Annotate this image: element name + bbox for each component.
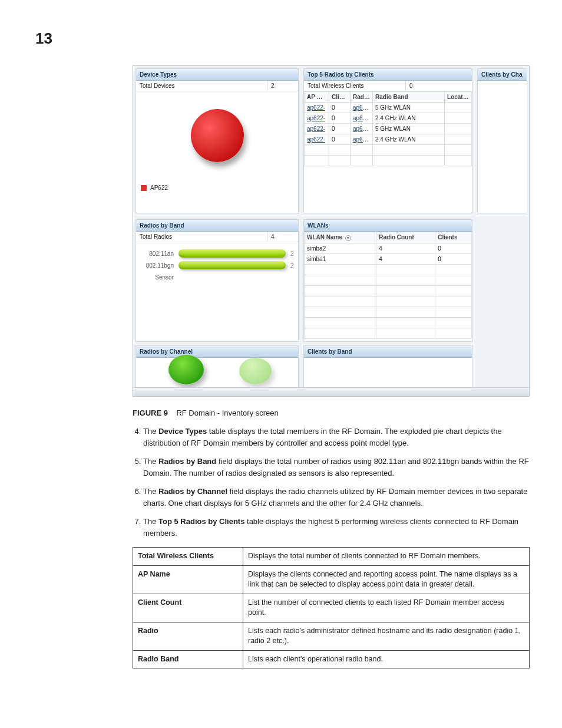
table-row: ap622-0ap622-5 GHz WLAN xyxy=(305,103,472,113)
inventory-screenshot: Device Types Total Devices 2 AP622 Top 5… xyxy=(133,65,530,397)
table-row: simba240 xyxy=(305,243,472,254)
bar-label: Sensor xyxy=(141,274,174,281)
pie-slice-ap622 xyxy=(191,109,244,162)
total-radios-label: Total Radios xyxy=(136,232,267,242)
panel-header: Device Types xyxy=(136,69,298,81)
legend-label: AP622 xyxy=(150,185,168,191)
table-row: Client CountList the number of connected… xyxy=(133,594,530,622)
panel-radios-by-channel: Radios by Channel xyxy=(135,345,299,390)
col-header[interactable]: Client Count xyxy=(329,92,351,103)
table-row: Total Wireless ClientsDisplays the total… xyxy=(133,548,530,566)
list-item: The Device Types table displays the tota… xyxy=(143,426,530,449)
figure-caption: FIGURE 9 RF Domain - Inventory screen xyxy=(133,409,530,417)
bar-fill xyxy=(178,249,286,258)
total-radios-value: 4 xyxy=(267,232,298,242)
ap-link[interactable]: ap622- xyxy=(307,126,325,132)
table-row: RadioLists each radio's administrator de… xyxy=(133,622,530,650)
total-wclients-label: Total Wireless Clients xyxy=(304,81,406,91)
total-devices-label: Total Devices xyxy=(136,81,267,91)
col-header[interactable]: Radio Id xyxy=(351,92,373,103)
list-item: The Radios by Band field displays the to… xyxy=(143,456,530,479)
legend: AP622 xyxy=(136,180,298,196)
col-header[interactable]: WLAN Name ▾ xyxy=(305,232,376,243)
panel-header: Clients by Band xyxy=(304,346,472,358)
col-header[interactable]: Radio Count xyxy=(376,232,435,243)
panel-radios-by-band: Radios by Band Total Radios 4 802.11an28… xyxy=(135,219,299,342)
ap-link[interactable]: ap622- xyxy=(353,126,371,132)
col-header[interactable]: Radio Band xyxy=(373,92,445,103)
panel-clients-by-band: Clients by Band xyxy=(303,345,472,390)
col-header[interactable]: Location xyxy=(445,92,472,103)
bar-row: 802.11bgn2 xyxy=(141,261,293,269)
table-row: ap622-0ap622-5 GHz WLAN xyxy=(305,124,472,134)
panel-header: Clients by Cha xyxy=(478,69,527,81)
panel-header: WLANs xyxy=(304,220,472,232)
bars-container: 802.11an2802.11bgn2Sensor xyxy=(136,242,298,288)
channel-pie-2 xyxy=(239,358,272,384)
bar-row: 802.11an2 xyxy=(141,249,293,258)
ap-link[interactable]: ap622- xyxy=(353,136,371,143)
legend-swatch xyxy=(141,185,147,191)
bar-label: 802.11bgn xyxy=(141,262,174,269)
panel-top5-radios: Top 5 Radios by Clients Total Wireless C… xyxy=(303,68,472,213)
col-header[interactable]: AP Name xyxy=(305,92,329,103)
top5-table: AP NameClient CountRadio IdRadio BandLoc… xyxy=(304,91,472,166)
bar-fill xyxy=(178,261,286,269)
list-item: The Radios by Channel field displays the… xyxy=(143,486,530,509)
description-list: The Device Types table displays the tota… xyxy=(133,426,530,539)
col-header[interactable]: Clients xyxy=(435,232,472,243)
ap-link[interactable]: ap622- xyxy=(307,136,325,143)
bar-label: 802.11an xyxy=(141,251,174,257)
sort-icon[interactable]: ▾ xyxy=(345,235,351,241)
table-row: AP NameDisplays the clients connected an… xyxy=(133,565,530,594)
panel-wlans: WLANs WLAN Name ▾Radio CountClients simb… xyxy=(303,219,472,342)
page-number: 13 xyxy=(0,0,562,48)
panel-header: Top 5 Radios by Clients xyxy=(304,69,472,81)
scrollbar-horizontal[interactable] xyxy=(133,387,529,396)
table-row: ap622-0ap622-2.4 GHz WLAN xyxy=(305,134,472,145)
channel-pie-1 xyxy=(168,355,204,384)
panel-clients-by-cha: Clients by Cha xyxy=(477,68,527,213)
table-row: simba140 xyxy=(305,254,472,265)
table-row: Radio BandLists each client's operationa… xyxy=(133,650,530,668)
table-row: ap622-0ap622-2.4 GHz WLAN xyxy=(305,113,472,124)
wlan-table: WLAN Name ▾Radio CountClients simba240si… xyxy=(304,232,472,339)
ap-link[interactable]: ap622- xyxy=(307,115,325,121)
total-devices-value: 2 xyxy=(267,81,298,91)
field-description-table: Total Wireless ClientsDisplays the total… xyxy=(133,547,530,668)
list-item: The Top 5 Radios by Clients table displa… xyxy=(143,516,530,539)
ap-link[interactable]: ap622- xyxy=(307,104,325,111)
panel-header: Radios by Band xyxy=(136,220,298,232)
ap-link[interactable]: ap622- xyxy=(353,104,371,111)
ap-link[interactable]: ap622- xyxy=(353,115,371,121)
bar-row: Sensor xyxy=(141,273,293,281)
panel-header: Radios by Channel xyxy=(136,346,298,358)
total-wclients-value: 0 xyxy=(406,81,472,91)
panel-device-types: Device Types Total Devices 2 AP622 xyxy=(135,68,299,213)
